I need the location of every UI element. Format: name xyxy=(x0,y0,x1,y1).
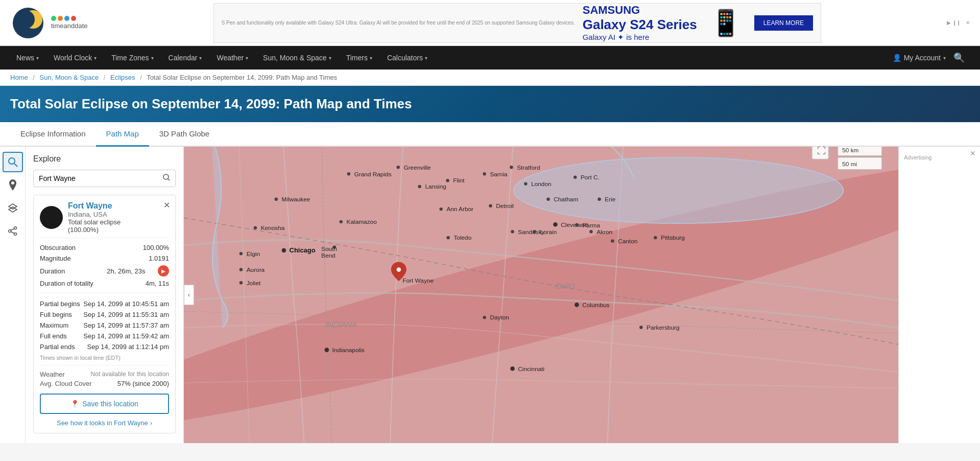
svg-text:Dayton: Dayton xyxy=(490,314,509,321)
svg-text:Milwaukee: Milwaukee xyxy=(282,196,310,203)
weather-label: Weather xyxy=(40,371,65,378)
nav-calculators[interactable]: Calculators ▾ xyxy=(381,46,434,70)
ad-close-button[interactable]: ✕ xyxy=(970,149,976,157)
svg-line-11 xyxy=(11,228,14,230)
location-search-input[interactable] xyxy=(34,170,158,187)
search-submit-icon xyxy=(163,174,170,181)
breadcrumb-eclipses[interactable]: Eclipses xyxy=(110,74,135,81)
account-icon: 👤 xyxy=(893,54,901,62)
svg-text:50 mi: 50 mi xyxy=(842,160,857,168)
svg-point-49 xyxy=(240,268,243,271)
tab-path-map[interactable]: Path Map xyxy=(96,122,149,147)
save-pin-icon: 📍 xyxy=(70,400,79,408)
weather-row: Weather Not available for this location xyxy=(40,371,169,378)
svg-text:Grand Rapids: Grand Rapids xyxy=(354,171,392,178)
layers-tool-btn[interactable] xyxy=(3,198,23,218)
svg-text:Greenville: Greenville xyxy=(403,164,431,171)
svg-text:Kenosha: Kenosha xyxy=(261,224,285,232)
svg-text:Sarnia: Sarnia xyxy=(490,171,508,178)
svg-point-82 xyxy=(575,303,579,307)
nav-search-button[interactable]: 🔍 xyxy=(948,52,970,63)
svg-point-21 xyxy=(347,172,350,175)
svg-text:Stratford: Stratford xyxy=(517,164,540,171)
weather-na: Not available for this location xyxy=(91,371,169,378)
svg-point-27 xyxy=(483,172,486,175)
svg-text:Elgin: Elgin xyxy=(247,250,260,258)
eclipse-times-table: Partial begins Sep 14, 2099 at 10:45:51 … xyxy=(40,298,169,352)
svg-text:INDIANA: INDIANA xyxy=(326,320,357,329)
save-location-button[interactable]: 📍 Save this location xyxy=(40,394,169,414)
svg-text:Flint: Flint xyxy=(453,177,465,184)
location-state: Indiana, USA xyxy=(68,211,169,218)
totality-value: 4m, 11s xyxy=(107,278,169,289)
nav-weather[interactable]: Weather ▾ xyxy=(210,46,254,70)
location-tool-btn[interactable] xyxy=(3,175,23,195)
svg-text:Detroit: Detroit xyxy=(496,202,514,210)
svg-text:Erie: Erie xyxy=(605,196,615,203)
nav-calendar[interactable]: Calendar ▾ xyxy=(162,46,208,70)
share-tool-btn[interactable] xyxy=(3,221,23,241)
nav-calculators-arrow: ▾ xyxy=(425,55,427,61)
breadcrumb-sun-moon[interactable]: Sun, Moon & Space xyxy=(40,74,99,81)
ad-brand: SAMSUNG xyxy=(583,4,697,17)
search-tool-btn[interactable] xyxy=(3,152,23,172)
svg-point-85 xyxy=(639,326,642,329)
nav-account[interactable]: 👤 My Account ▾ xyxy=(893,54,946,62)
nav-time-zones[interactable]: Time Zones ▾ xyxy=(105,46,159,70)
map-container[interactable]: Milwaukee Grand Rapids Greenville Flint … xyxy=(184,147,898,443)
nav-timers[interactable]: Timers ▾ xyxy=(340,46,378,70)
nav-world-clock[interactable]: World Clock ▾ xyxy=(47,46,103,70)
ad-subtext: Galaxy AI ✦ is here xyxy=(583,33,697,42)
svg-text:OHIO: OHIO xyxy=(555,282,575,290)
svg-point-8 xyxy=(14,227,16,229)
save-label: Save this location xyxy=(82,400,138,408)
svg-text:London: London xyxy=(531,180,551,188)
svg-text:Chatham: Chatham xyxy=(554,196,578,203)
nav-news[interactable]: News ▾ xyxy=(10,46,45,70)
location-card-close[interactable]: ✕ xyxy=(163,200,170,210)
svg-point-3 xyxy=(9,158,15,164)
magnitude-row: Magnitude 1.0191 xyxy=(40,253,169,264)
nav-timers-arrow: ▾ xyxy=(370,55,372,61)
svg-point-31 xyxy=(573,175,577,178)
partial-ends-value: Sep 14, 2099 at 1:12:14 pm xyxy=(81,341,169,352)
advertising-label: Advertising xyxy=(904,154,975,160)
svg-text:Lorain: Lorain xyxy=(540,228,557,236)
svg-text:⛶: ⛶ xyxy=(817,147,826,156)
nav-news-arrow: ▾ xyxy=(36,55,39,61)
breadcrumb-home[interactable]: Home xyxy=(10,74,28,81)
duration-play-button[interactable]: ▶ xyxy=(158,265,169,276)
svg-point-39 xyxy=(439,208,442,211)
tab-eclipse-info[interactable]: Eclipse Information xyxy=(10,122,96,147)
full-ends-label: Full ends xyxy=(40,331,81,341)
card-divider-2 xyxy=(40,293,169,293)
svg-point-25 xyxy=(446,179,449,182)
svg-point-23 xyxy=(396,166,399,169)
explore-panel: Explore Fort Wayne Indiana, USA Total xyxy=(26,147,184,443)
nav-sun-moon[interactable]: Sun, Moon & Space ▾ xyxy=(257,46,338,70)
layers-icon xyxy=(8,203,18,213)
logo-area[interactable]: timeanddate xyxy=(10,5,88,41)
pin-icon xyxy=(8,179,17,191)
nav-world-clock-arrow: ▾ xyxy=(94,55,97,61)
svg-text:Parma: Parma xyxy=(582,222,600,229)
partial-ends-label: Partial ends xyxy=(40,341,81,352)
panel-collapse-arrow[interactable]: ‹ xyxy=(184,285,194,305)
partial-begins-row: Partial begins Sep 14, 2099 at 10:45:51 … xyxy=(40,298,169,309)
duration-row: Duration 2h, 26m, 23s ▶ xyxy=(40,264,169,278)
location-search-button[interactable] xyxy=(158,170,175,187)
ad-cta-button[interactable]: LEARN MORE xyxy=(754,15,813,31)
svg-text:Bend: Bend xyxy=(321,252,336,259)
svg-point-43 xyxy=(546,198,549,201)
partial-ends-row: Partial ends Sep 14, 2099 at 1:12:14 pm xyxy=(40,341,169,352)
location-search-box[interactable] xyxy=(33,170,176,187)
see-how-link[interactable]: See how it looks in Fort Wayne › xyxy=(40,419,169,427)
svg-point-37 xyxy=(340,220,343,223)
svg-point-29 xyxy=(524,182,527,185)
tab-3d-globe[interactable]: 3D Path Globe xyxy=(149,122,220,147)
magnitude-value: 1.0191 xyxy=(107,253,169,264)
location-eclipse-pct: (100.00%) xyxy=(68,226,169,234)
svg-text:Kalamazoo: Kalamazoo xyxy=(347,218,377,225)
card-divider-1 xyxy=(40,238,169,238)
svg-point-33 xyxy=(510,166,513,169)
